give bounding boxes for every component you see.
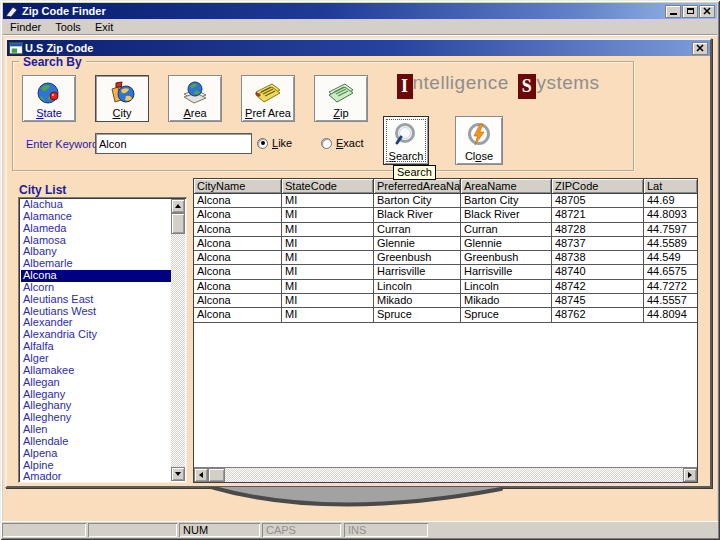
state-button[interactable]: State — [22, 75, 76, 122]
table-row[interactable]: AlconaMIHarrisvilleHarrisville4874044.65… — [194, 265, 697, 279]
table-row[interactable]: AlconaMICurranCurran4872844.7597 — [194, 223, 697, 237]
list-item[interactable]: Allegan — [21, 377, 171, 389]
list-item[interactable]: Amador — [21, 471, 171, 481]
exact-radio[interactable]: Exact — [321, 137, 364, 149]
child-close-button[interactable] — [692, 42, 708, 55]
close-icon — [696, 44, 704, 52]
hscroll-thumb[interactable] — [208, 468, 225, 482]
minimize-button[interactable] — [665, 5, 681, 18]
list-item[interactable]: Alcorn — [21, 282, 171, 294]
results-grid[interactable]: CityNameStateCodePreferredAreaNameAreaNa… — [193, 178, 698, 483]
menu-bar: Finder Tools Exit — [3, 20, 717, 34]
app-pen-icon — [5, 5, 19, 18]
brand-initial-s: S — [518, 74, 537, 99]
close-zipcode-button[interactable]: Close — [455, 116, 503, 165]
zip-button[interactable]: Zip — [314, 75, 368, 122]
keyword-input[interactable] — [95, 133, 252, 154]
grid-column-header[interactable]: Lat — [644, 179, 697, 194]
status-ins-indicator: INS — [344, 523, 428, 537]
scroll-left-button[interactable] — [194, 468, 208, 482]
child-window: U.S Zip Code Search By — [5, 38, 712, 488]
pref-area-button[interactable]: Pref Area — [241, 75, 295, 122]
brand-word1: ntelligence — [413, 72, 509, 93]
grid-cell: Spruce — [461, 308, 552, 321]
grid-cell: Alcona — [194, 223, 282, 236]
table-row[interactable]: AlconaMIGlennieGlennie4873744.5589 — [194, 237, 697, 251]
grid-cell: Mikado — [374, 294, 461, 307]
window-title: Zip Code Finder — [22, 4, 106, 19]
grid-column-header[interactable]: CityName — [194, 179, 282, 194]
grid-cell: MI — [282, 237, 374, 250]
menu-finder[interactable]: Finder — [3, 20, 48, 34]
scroll-up-button[interactable] — [171, 199, 185, 213]
list-item[interactable]: Alpena — [21, 448, 171, 460]
scroll-right-button[interactable] — [683, 468, 697, 482]
pref-area-button-label: Pref Area — [245, 107, 291, 119]
grid-cell: 48738 — [552, 251, 644, 264]
table-row[interactable]: AlconaMIMikadoMikado4874544.5557 — [194, 294, 697, 308]
scroll-down-button[interactable] — [171, 467, 185, 481]
list-item[interactable]: Alamance — [21, 211, 171, 223]
grid-cell: 48742 — [552, 280, 644, 293]
keyword-label: Enter Keyword — [26, 138, 98, 150]
grid-column-header[interactable]: StateCode — [282, 179, 374, 194]
grid-horizontal-scrollbar[interactable] — [194, 467, 697, 482]
status-bar: NUM CAPS INS — [2, 521, 718, 537]
list-item[interactable]: Allamakee — [21, 365, 171, 377]
city-listbox[interactable]: AlachuaAlamanceAlamedaAlamosaAlbanyAlbem… — [18, 197, 187, 483]
area-button[interactable]: Area — [168, 75, 222, 122]
arrow-left-icon — [199, 472, 203, 478]
menu-tools[interactable]: Tools — [48, 20, 88, 34]
restore-button[interactable] — [682, 5, 698, 18]
like-radio-circle — [257, 138, 268, 149]
grid-cell: Curran — [461, 223, 552, 236]
menu-exit[interactable]: Exit — [88, 20, 120, 34]
scroll-thumb[interactable] — [171, 213, 185, 234]
table-row[interactable]: AlconaMILincolnLincoln4874244.7272 — [194, 280, 697, 294]
minimize-icon — [670, 13, 677, 15]
table-row[interactable]: AlconaMIBlack RiverBlack River4872144.80… — [194, 208, 697, 222]
grid-cell: 44.5589 — [644, 237, 697, 250]
grid-cell: 48705 — [552, 194, 644, 207]
grid-cell: 44.6575 — [644, 265, 697, 278]
grid-header-row: CityNameStateCodePreferredAreaNameAreaNa… — [194, 179, 697, 194]
grid-cell: MI — [282, 294, 374, 307]
grid-cell: 48728 — [552, 223, 644, 236]
list-item[interactable]: Alameda — [21, 223, 171, 235]
grid-cell: 48737 — [552, 237, 644, 250]
like-radio[interactable]: Like — [257, 137, 292, 149]
child-client: Search By State — [7, 56, 710, 485]
list-item[interactable]: Allendale — [21, 436, 171, 448]
table-row[interactable]: AlconaMIGreenbushGreenbush4873844.549 — [194, 251, 697, 265]
grid-column-header[interactable]: AreaName — [461, 179, 552, 194]
decorative-crescent — [209, 487, 503, 513]
main-titlebar[interactable]: Zip Code Finder — [3, 3, 717, 19]
grid-cell: Harrisville — [374, 265, 461, 278]
child-titlebar[interactable]: U.S Zip Code — [7, 40, 710, 56]
grid-cell: Spruce — [374, 308, 461, 321]
grid-cell: 48740 — [552, 265, 644, 278]
status-num-indicator: NUM — [179, 523, 260, 537]
search-tooltip: Search — [393, 165, 436, 180]
list-vertical-scrollbar[interactable] — [171, 199, 185, 481]
grid-column-header[interactable]: ZIPCode — [552, 179, 644, 194]
search-button-label: Search — [389, 150, 424, 162]
city-list-items: AlachuaAlamanceAlamedaAlamosaAlbanyAlbem… — [21, 199, 171, 481]
scroll-track[interactable] — [171, 213, 185, 467]
list-item[interactable]: Aleutians East — [21, 294, 171, 306]
city-icon — [107, 80, 137, 108]
search-by-label: Search By — [19, 56, 86, 69]
search-button[interactable]: Search — [383, 116, 429, 165]
grid-cell: Barton City — [374, 194, 461, 207]
grid-cell: Glennie — [461, 237, 552, 250]
grid-column-header[interactable]: PreferredAreaName — [374, 179, 461, 194]
close-button[interactable] — [699, 5, 715, 18]
table-row[interactable]: AlconaMISpruceSpruce4876244.8094 — [194, 308, 697, 322]
grid-cell: Greenbush — [374, 251, 461, 264]
city-button-label: City — [113, 107, 132, 119]
table-row[interactable]: AlconaMIBarton CityBarton City4870544.69 — [194, 194, 697, 208]
hscroll-track[interactable] — [208, 468, 683, 482]
state-button-label: State — [36, 107, 62, 119]
grid-cell: MI — [282, 251, 374, 264]
city-button[interactable]: City — [95, 75, 149, 122]
